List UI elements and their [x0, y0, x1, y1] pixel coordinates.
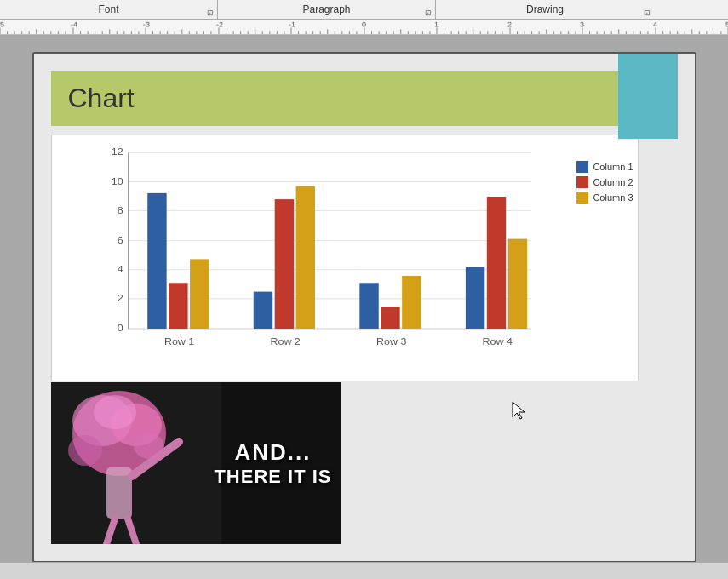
legend-color-col3	[576, 192, 588, 204]
svg-text:Row 2: Row 2	[270, 337, 300, 347]
svg-text:4: 4	[117, 265, 123, 274]
figure-svg	[51, 382, 221, 544]
svg-point-29	[134, 433, 164, 459]
svg-point-23	[94, 395, 136, 429]
toolbar-drawing-label: Drawing	[475, 3, 615, 15]
bar-r3c3	[402, 276, 421, 329]
font-expand-icon[interactable]: ⊡	[207, 9, 214, 17]
svg-point-28	[68, 435, 102, 466]
paragraph-expand-icon[interactable]: ⊡	[425, 9, 432, 17]
legend-item-col1: Column 1	[576, 161, 633, 173]
chart-title: Chart	[68, 83, 135, 113]
toolbar: Font ⊡ Paragraph ⊡ Drawing ⊡	[0, 0, 728, 20]
ruler-canvas	[0, 20, 728, 34]
svg-text:6: 6	[117, 236, 123, 245]
bar-r4c2	[486, 197, 505, 329]
image-box: AND... THERE IT IS	[51, 382, 341, 544]
toolbar-paragraph-section: Paragraph ⊡	[218, 0, 436, 19]
legend-label-col2: Column 2	[593, 177, 633, 187]
toolbar-font-section: Font ⊡	[0, 0, 218, 19]
bar-r4c3	[507, 239, 526, 329]
legend-label-col3: Column 3	[593, 192, 633, 203]
chart-svg: 12 10 8 6 4 2 0	[86, 144, 553, 355]
bar-r2c1	[253, 292, 272, 329]
toolbar-drawing-section: Drawing ⊡	[436, 0, 654, 19]
toolbar-paragraph-label: Paragraph	[251, 3, 401, 15]
legend-label-col1: Column 1	[593, 162, 633, 172]
image-text-line2: THERE IT IS	[214, 466, 331, 488]
main-area: Chart	[0, 35, 728, 562]
svg-text:0: 0	[117, 324, 123, 333]
svg-text:8: 8	[117, 206, 123, 215]
chart-container: 12 10 8 6 4 2 0	[51, 135, 639, 381]
legend-item-col3: Column 3	[576, 192, 633, 204]
svg-text:2: 2	[117, 294, 123, 303]
bar-r4c1	[465, 267, 484, 329]
svg-text:12: 12	[111, 147, 123, 157]
bar-r1c2	[169, 283, 187, 329]
svg-text:Row 3: Row 3	[376, 337, 406, 347]
ruler	[0, 20, 728, 35]
bottom-bar	[0, 562, 728, 579]
legend-color-col2	[576, 176, 588, 188]
chart-legend: Column 1 Column 2 Column 3	[576, 161, 633, 204]
svg-text:10: 10	[111, 177, 123, 186]
document: Chart	[32, 52, 696, 563]
bar-r2c3	[295, 186, 314, 329]
chart-title-box: Chart	[51, 71, 639, 126]
bar-r2c2	[274, 199, 293, 329]
bar-r3c2	[381, 307, 399, 329]
chart-inner: 12 10 8 6 4 2 0	[86, 144, 638, 355]
drawing-expand-icon[interactable]: ⊡	[644, 9, 651, 17]
image-text-overlay: AND... THERE IT IS	[214, 439, 331, 488]
bar-r3c1	[359, 283, 378, 329]
legend-item-col2: Column 2	[576, 176, 633, 188]
svg-text:Row 1: Row 1	[163, 337, 193, 347]
legend-color-col1	[576, 161, 588, 173]
toolbar-font-label: Font	[47, 3, 169, 15]
bar-r1c1	[147, 193, 166, 329]
cyan-overlay	[618, 54, 678, 139]
svg-text:Row 4: Row 4	[482, 337, 513, 347]
image-text-line1: AND...	[214, 439, 331, 466]
bar-r1c3	[190, 259, 209, 329]
